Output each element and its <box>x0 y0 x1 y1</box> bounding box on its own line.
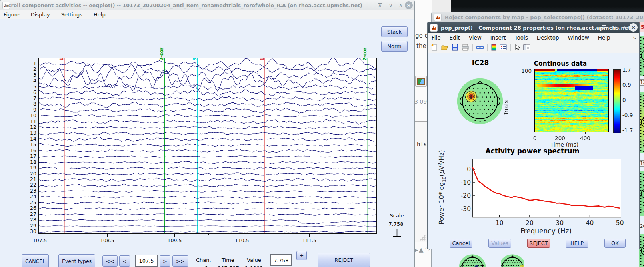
eeg-plot-area[interactable] <box>38 58 377 234</box>
close-icon[interactable]: × <box>629 23 638 32</box>
minimize-icon[interactable]: ∨ <box>389 3 393 8</box>
link-icon[interactable] <box>476 44 484 51</box>
minimize-icon[interactable]: ∨ <box>613 25 617 30</box>
channel-label: 19 <box>24 165 36 170</box>
channel-label: 14 <box>24 137 36 141</box>
reject-button[interactable]: REJECT <box>527 239 550 248</box>
cancel-button[interactable]: CANCEL <box>22 254 49 267</box>
x-tick <box>242 234 242 237</box>
erpimage-ytick: 100 <box>519 68 532 74</box>
resize-grip-icon[interactable] <box>420 235 426 241</box>
maximize-icon[interactable]: ∧ <box>623 25 627 30</box>
component-map-fragment[interactable] <box>639 36 644 76</box>
scale-plus-button[interactable]: + <box>296 251 307 260</box>
pop-prop-titlebar[interactable]: pop_prop() - Component 28 properties (on… <box>428 22 639 33</box>
stack-button[interactable]: Stack <box>381 26 408 37</box>
spectrum-plot <box>472 159 621 218</box>
channel-label: 9 <box>24 108 36 112</box>
eeg-trace <box>39 173 376 175</box>
cancel-button[interactable]: Cancel <box>450 239 472 248</box>
eeg-trace <box>39 102 376 108</box>
open-icon[interactable] <box>441 44 449 51</box>
menu-figure[interactable]: Figure <box>4 12 20 18</box>
image-button[interactable] <box>415 76 427 87</box>
help-button[interactable]: HELP <box>566 239 588 248</box>
step-forward-button[interactable]: > <box>160 255 170 267</box>
eegplot-titlebar[interactable]: Scroll component activities -- eegplot()… <box>0 0 414 10</box>
eeg-trace <box>39 58 376 70</box>
save-icon[interactable] <box>451 44 459 51</box>
time-input[interactable]: 107.5 <box>135 255 158 267</box>
eeg-trace <box>39 96 376 101</box>
spectrum-x-tick-label: 20 <box>522 219 538 227</box>
maximize-icon[interactable]: ∧ <box>399 3 403 8</box>
component-map-fragment[interactable] <box>639 234 644 267</box>
menu-desktop[interactable]: Desktop <box>537 34 559 41</box>
new-figure-icon[interactable] <box>431 44 438 51</box>
reject-button[interactable]: REJECT <box>318 253 370 267</box>
event-types-button[interactable]: Event types <box>58 254 95 267</box>
channel-label: 4 <box>24 78 36 83</box>
menu-view[interactable]: View <box>469 34 482 41</box>
menu-window[interactable]: Window <box>568 34 589 41</box>
menu-edit[interactable]: Edit <box>450 34 460 41</box>
menu-insert[interactable]: Insert <box>490 34 506 41</box>
component-map-fragment[interactable] <box>639 171 644 216</box>
component-map-thumbnail[interactable] <box>501 254 524 267</box>
component-button[interactable]: 26 <box>639 223 644 229</box>
scale-ibeam-icon <box>391 228 403 237</box>
colormap-icon[interactable] <box>491 44 497 51</box>
component-map-fragment[interactable] <box>639 92 644 153</box>
event-marker-label: 2-cor <box>363 48 367 61</box>
close-icon[interactable]: × <box>405 1 413 9</box>
eeg-trace <box>39 184 376 187</box>
background-dark-bar <box>451 0 644 12</box>
shade-icon[interactable]: ∧ <box>378 3 382 8</box>
norm-button[interactable]: Norm <box>381 41 408 52</box>
colorbar-tick-label: -0.9 <box>622 112 633 118</box>
colorbar-tick-label: -1.7 <box>622 127 633 134</box>
menu-file[interactable]: File <box>432 34 441 41</box>
property-editor-icon[interactable] <box>523 44 531 51</box>
channel-label: 8 <box>24 102 36 106</box>
menu-settings[interactable]: Settings <box>61 12 82 18</box>
ok-button[interactable]: OK <box>604 239 626 248</box>
channel-label: 26 <box>24 206 36 211</box>
pop-prop-toolbar <box>428 42 639 53</box>
page-back-button[interactable]: << <box>102 255 118 267</box>
pop-prop-window: pop_prop() - Component 28 properties (on… <box>427 22 640 249</box>
menu-help[interactable]: Help <box>598 34 610 41</box>
channel-label: 18 <box>24 160 36 165</box>
page-forward-button[interactable]: >> <box>172 255 188 267</box>
values-button[interactable]: Values <box>488 239 511 248</box>
channel-label: 1 <box>24 61 36 66</box>
ic-title: IC28 <box>460 59 500 67</box>
shade-icon[interactable]: ∧ <box>602 25 606 30</box>
step-back-button[interactable]: < <box>119 255 130 267</box>
nav-up-icon[interactable]: ▲ <box>419 246 424 253</box>
menu-display[interactable]: Display <box>31 12 50 18</box>
colorbar-tick-label: 0.9 <box>622 82 631 88</box>
component-button[interactable]: 19 <box>639 160 644 167</box>
erp-x-tick-label: 400 <box>577 135 593 141</box>
erpimage-ylabel: Trials <box>503 100 509 115</box>
picture-icon <box>417 78 425 85</box>
menu-help[interactable]: Help <box>94 12 106 18</box>
print-icon[interactable] <box>461 44 469 51</box>
erp-x-tick-label: 0 <box>527 135 543 141</box>
eeg-trace <box>39 119 376 124</box>
spectrum-xlabel: Frequency (Hz) <box>506 227 586 235</box>
x-tick-label: 109.5 <box>165 237 184 243</box>
eeg-trace <box>39 156 376 158</box>
pointer-icon[interactable] <box>514 44 520 51</box>
legend-icon[interactable] <box>499 44 507 51</box>
component-map-thumbnail[interactable] <box>459 254 486 267</box>
scale-input[interactable]: 7.758 <box>270 254 292 266</box>
component-button[interactable]: 12 <box>639 79 644 86</box>
event-marker-label: 3 <box>193 58 197 61</box>
component-button[interactable]: 5 <box>639 22 644 32</box>
eegplot-window: Scroll component activities -- eegplot()… <box>0 0 415 267</box>
menu-tools[interactable]: Tools <box>515 34 528 41</box>
colorbar-tick-label: 0 <box>622 97 626 103</box>
dock-arrow-icon[interactable]: ↘ <box>632 35 636 40</box>
